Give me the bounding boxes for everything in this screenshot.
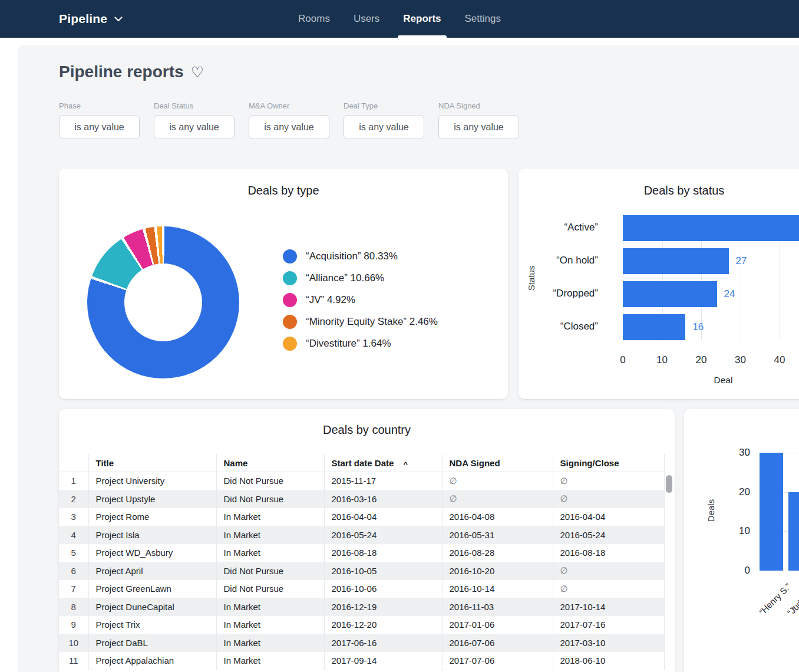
table-cell: Project Rome xyxy=(88,508,216,526)
donut-chart[interactable] xyxy=(87,226,239,378)
status-bar-closed[interactable] xyxy=(623,314,685,340)
table-cell: 2017-09-14 xyxy=(324,652,442,670)
filter-value-button[interactable]: is any value xyxy=(438,115,519,139)
table-cell: 2016-07-06 xyxy=(442,634,553,652)
legend-item-acquisition[interactable]: “Acquisition” 80.33% xyxy=(283,245,438,267)
table-cell: In Market xyxy=(216,544,324,562)
primary-nav: RoomsUsersReportsSettings xyxy=(298,0,501,38)
table-row[interactable]: 7Project GreenLawnDid Not Pursue2016-10-… xyxy=(59,580,664,598)
table-row[interactable]: 4Project IslaIn Market2016-05-242016-05-… xyxy=(59,526,664,544)
card-deals-by-type: Deals by type “Acquisition” 80.33%“Allia… xyxy=(59,169,508,399)
y-tick-label: 10 xyxy=(684,525,750,537)
y-tick-label: 30 xyxy=(684,447,750,459)
column-header-signing-close[interactable]: Signing/Close xyxy=(553,454,664,472)
table-row[interactable]: 11Project AppalachianIn Market2017-09-14… xyxy=(59,652,664,670)
page-title-text: Pipeline reports xyxy=(59,62,184,81)
card-deals-by-status: Deals by status Status Deal “Active”“On … xyxy=(519,169,799,399)
legend-label: “Divestiture” 1.64% xyxy=(306,338,391,350)
workspace-switcher[interactable]: Pipeline xyxy=(59,0,123,38)
filter-phase: Phaseis any value xyxy=(59,101,140,139)
table-row[interactable]: 1Project UniversityDid Not Pursue2015-11… xyxy=(59,472,664,490)
owner-bar-judith-g[interactable] xyxy=(788,492,799,571)
row-number: 2 xyxy=(59,490,88,508)
table-cell: Project University xyxy=(88,472,216,490)
table-cell: 2016-05-24 xyxy=(553,526,664,544)
legend-item-minority-equity-stake[interactable]: “Minority Equity Stake” 2.46% xyxy=(283,311,438,332)
deals-table: TitleNameStart date Date^NDA SignedSigni… xyxy=(59,454,665,670)
page-title: Pipeline reports ♡ xyxy=(59,62,204,81)
table-cell: 2017-03-10 xyxy=(553,634,664,652)
row-number: 6 xyxy=(59,562,88,580)
filter-value-button[interactable]: is any value xyxy=(154,115,235,139)
table-cell: Did Not Pursue xyxy=(216,580,324,598)
table-cell: Project Upstyle xyxy=(88,490,216,508)
table-cell: ∅ xyxy=(442,490,553,508)
table-cell: Project DuneCapital xyxy=(88,598,216,616)
content-panel: Pipeline reports ♡ Phaseis any valueDeal… xyxy=(18,45,799,672)
table-row[interactable]: 9Project TrixIn Market2016-12-202017-01-… xyxy=(59,616,664,634)
row-number: 4 xyxy=(59,526,88,544)
table-cell: 2016-05-24 xyxy=(324,526,442,544)
nav-item-reports[interactable]: Reports xyxy=(403,0,441,38)
table-cell: 2016-08-18 xyxy=(553,544,664,562)
table-cell: In Market xyxy=(216,526,324,544)
legend-item-alliance[interactable]: “Alliance” 10.66% xyxy=(283,267,438,289)
legend-label: “Minority Equity Stake” 2.46% xyxy=(306,316,438,328)
status-bar-dropped[interactable] xyxy=(623,281,717,307)
column-header-start-date-date[interactable]: Start date Date^ xyxy=(324,454,442,472)
filter-label: NDA Signed xyxy=(438,101,519,110)
column-header-nda-signed[interactable]: NDA Signed xyxy=(442,454,553,472)
column-header-title[interactable]: Title xyxy=(88,454,216,472)
legend-label: “Alliance” 10.66% xyxy=(306,272,384,284)
table-cell: 2017-01-06 xyxy=(442,616,553,634)
nav-item-rooms[interactable]: Rooms xyxy=(298,0,330,38)
table-cell: 2016-03-16 xyxy=(324,490,442,508)
legend-item-divestiture[interactable]: “Divestiture” 1.64% xyxy=(283,332,438,354)
filter-value-button[interactable]: is any value xyxy=(59,115,140,139)
table-scrollbar-thumb[interactable] xyxy=(666,475,672,493)
table-cell: In Market xyxy=(216,616,324,634)
nav-item-users[interactable]: Users xyxy=(354,0,379,38)
table-row[interactable]: 3Project RomeIn Market2016-04-042016-04-… xyxy=(59,508,664,526)
table-cell: 2016-04-04 xyxy=(324,508,442,526)
chart-legend: “Acquisition” 80.33%“Alliance” 10.66%“JV… xyxy=(283,245,438,354)
category-label: “Active” xyxy=(519,222,598,233)
legend-label: “JV” 4.92% xyxy=(306,294,355,306)
table-cell: Project Appalachian xyxy=(88,652,216,670)
x-tick-label: 30 xyxy=(728,354,754,366)
row-number: 10 xyxy=(59,634,88,652)
filter-value-button[interactable]: is any value xyxy=(249,115,329,139)
table-cell: ∅ xyxy=(553,472,664,490)
filter-value-button[interactable]: is any value xyxy=(344,115,424,139)
favorite-heart-icon[interactable]: ♡ xyxy=(191,65,204,80)
status-bar-active[interactable] xyxy=(623,215,799,241)
table-cell: 2016-04-08 xyxy=(442,508,553,526)
table-row[interactable]: 5Project WD_AsburyIn Market2016-08-18201… xyxy=(59,544,664,562)
table-cell: 2016-08-28 xyxy=(442,544,553,562)
status-bar-on-hold[interactable] xyxy=(623,248,729,274)
table-cell: 2017-07-06 xyxy=(442,652,553,670)
chevron-down-icon xyxy=(114,17,123,22)
owner-bar-henry-s[interactable] xyxy=(760,453,783,571)
table-cell: ∅ xyxy=(553,562,664,580)
chart-title: Deals by status xyxy=(519,184,799,197)
top-navbar: Pipeline RoomsUsersReportsSettings xyxy=(0,0,799,38)
legend-swatch xyxy=(283,271,297,285)
table-row[interactable]: 10Project DaBLIn Market2017-06-162016-07… xyxy=(59,634,664,652)
table-row[interactable]: 6Project AprilDid Not Pursue2016-10-0520… xyxy=(59,562,664,580)
table-row[interactable]: 2Project UpstyleDid Not Pursue2016-03-16… xyxy=(59,490,664,508)
table-cell: Did Not Pursue xyxy=(216,490,324,508)
table-cell: 2016-04-04 xyxy=(553,508,664,526)
table-cell: 2016-12-20 xyxy=(324,616,442,634)
table-row[interactable]: 8Project DuneCapitalIn Market2016-12-192… xyxy=(59,598,664,616)
column-header-name[interactable]: Name xyxy=(216,454,324,472)
legend-swatch xyxy=(283,315,297,329)
sort-asc-icon: ^ xyxy=(403,460,408,469)
legend-item-jv[interactable]: “JV” 4.92% xyxy=(283,289,438,311)
row-number: 11 xyxy=(59,652,88,670)
table-cell: 2017-07-16 xyxy=(553,616,664,634)
filter-label: Deal Type xyxy=(344,101,424,110)
filter-label: Phase xyxy=(59,101,140,110)
nav-item-settings[interactable]: Settings xyxy=(465,0,501,38)
row-number: 1 xyxy=(59,472,88,490)
